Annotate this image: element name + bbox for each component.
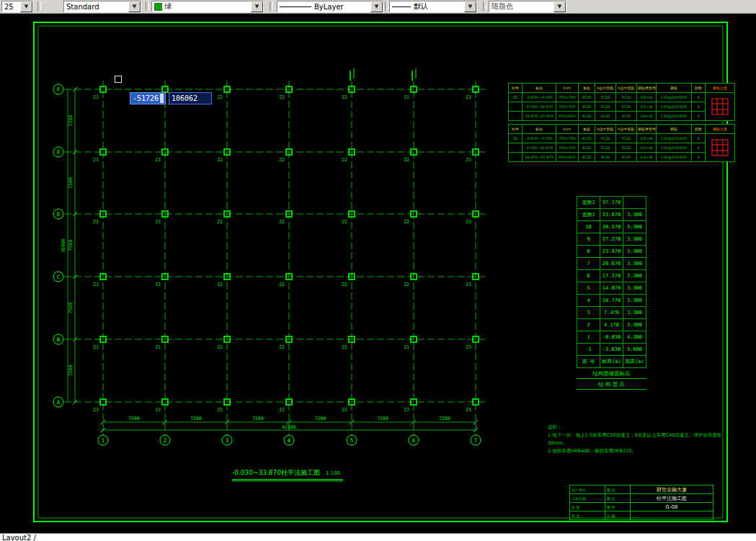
table-row: 屋面237.170	[577, 197, 646, 209]
title-block-label: 图 别	[605, 486, 631, 494]
schedule-cell: 1(4×4)	[637, 112, 657, 121]
elevation-cell: -3.630	[600, 344, 623, 356]
table-header-row: 柱号标高b×h角筋b边中部筋h边中部筋箍筋类型号箍筋肢数箍筋示意	[509, 84, 735, 93]
table-row: 37.4703.300	[577, 307, 646, 319]
schedule-cell: 4	[692, 153, 706, 162]
elevation-cell: 8	[577, 246, 600, 258]
table-row: 会 签图 号G-08	[570, 503, 713, 511]
schedule-cell: 19.470~37.470	[522, 153, 556, 162]
column-mark: Z3	[342, 407, 347, 413]
note-line: 2.纵筋采用HRB400，箍筋采用HPB235。	[548, 447, 721, 455]
column-mark: Z3	[155, 157, 161, 163]
schedule-cell: 4	[692, 143, 706, 153]
column-mark: Z1	[404, 94, 409, 100]
elevation-cell: 屋面1	[577, 209, 600, 221]
rebar-diagram-icon	[711, 97, 729, 116]
schedule-cell: 4	[692, 93, 706, 102]
dim-text: 7200	[190, 416, 202, 421]
schedule-cell: 4	[692, 134, 706, 143]
title-block-value: 柱平法施工图	[631, 494, 713, 503]
schedule-cell: 600×600	[556, 112, 579, 121]
row-bubble-label: B	[57, 336, 61, 343]
chevron-down-icon[interactable]: ▼	[370, 1, 383, 12]
schedule-cell	[509, 102, 522, 112]
schedule-cell: C10@100/200	[657, 112, 692, 121]
schedule-cell: 4C25	[579, 102, 595, 112]
column-mark: Z2	[404, 282, 409, 287]
toolbar-combo-1[interactable]: 25 ▼	[1, 1, 33, 12]
schedule-cell: 4C22	[579, 153, 595, 162]
elevation-cell: 10	[577, 221, 600, 233]
elevation-cell: 层 号	[577, 356, 600, 368]
column-mark: Z3	[93, 94, 99, 100]
schedule-cell: 5C22	[595, 102, 616, 112]
column-mark: Z3	[466, 219, 471, 225]
lineweight-combo[interactable]: 默认 ▼	[389, 1, 477, 12]
row-bubble-label: D	[57, 211, 61, 218]
column-mark: Z2	[279, 94, 285, 100]
col-bubble-label: 2	[164, 437, 167, 444]
column-mark: Z2	[342, 219, 347, 225]
schedule-cell: 4C20	[616, 153, 637, 162]
table-row: 1-0.0304.200	[577, 331, 646, 344]
drawing-title: -0.030~33.870柱平法施工图1:100	[232, 468, 343, 481]
column-mark: Z1	[155, 344, 161, 350]
style-combo[interactable]: Standard ▼	[63, 1, 141, 12]
table-row: 审 定日 期	[570, 511, 713, 520]
dim-total-text: 43200	[282, 424, 296, 430]
dim-text: 7200	[128, 416, 140, 421]
elevation-cell: 30.570	[600, 221, 623, 233]
combo-value: 绿	[164, 1, 172, 12]
elevation-caption1: 结构层楼面标高	[577, 370, 646, 379]
rebar-section-diagram	[706, 134, 735, 162]
title-block-value: 财贸金融大厦	[631, 486, 713, 494]
title-block-label: 设计单位	[570, 486, 605, 494]
combo-value: ByLayer	[314, 3, 344, 11]
title-block-value	[631, 511, 713, 520]
chevron-down-icon[interactable]: ▼	[251, 1, 263, 12]
schedule-cell: -3.630~-0.030	[522, 134, 556, 143]
title-block-label: 图 名	[605, 494, 631, 503]
table-row: -0.030~19.470700×7004C255C225C221(5×4)C1…	[509, 143, 735, 153]
toolbar-separator	[270, 1, 273, 11]
schedule-cell: 5C22	[616, 93, 637, 102]
elevation-cell: 4.170	[600, 319, 623, 331]
crosshair-pickbox	[115, 76, 122, 83]
schedule-cell: 1(5×4)	[637, 143, 657, 153]
chevron-down-icon[interactable]: ▼	[464, 1, 476, 12]
schedule-cell	[509, 112, 522, 121]
row-bubble-label: F	[57, 86, 61, 93]
layout-tab[interactable]: Layout2 /	[2, 534, 36, 541]
table-row: 层 号标高(m)层高(m)	[577, 356, 646, 368]
table-row: 720.6703.300	[577, 258, 646, 270]
chevron-down-icon[interactable]: ▼	[553, 1, 566, 12]
column-mark: Z2	[217, 219, 223, 225]
chevron-down-icon[interactable]: ▼	[128, 1, 141, 12]
column-mark: Z2	[279, 282, 285, 287]
title-block-label: 会 签	[570, 503, 605, 511]
column-mark: Z3	[466, 282, 471, 287]
column-mark: Z3	[93, 407, 99, 413]
plotstyle-combo[interactable]: 随颜色 ▼	[489, 1, 566, 12]
column-mark: Z2	[279, 344, 285, 350]
column-mark: Z3	[404, 407, 409, 413]
schedule-cell: 1(4×4)	[637, 153, 657, 162]
dynamic-input-y[interactable]: 106062	[169, 92, 212, 104]
notes-block: 说明：1.地下一层、地上1-5层采用C50混凝土；6层及以上采用C40混凝土。保…	[548, 424, 721, 455]
chevron-down-icon[interactable]: ▼	[20, 1, 32, 12]
schedule-cell	[509, 143, 522, 153]
color-combo[interactable]: 绿 ▼	[151, 1, 264, 12]
drawing-canvas[interactable]: FEDCBA1234567Z3Z3Z2Z2Z2Z1Z3Z3Z3Z2Z2Z2Z2Z…	[0, 13, 756, 533]
column-header-cell: 柱号	[509, 84, 522, 93]
elevation-cell: 3.300	[623, 307, 646, 319]
schedule-cell: 4C25	[579, 93, 595, 102]
dim-text: 7200	[68, 115, 74, 127]
col-bubble-label: 7	[474, 437, 478, 444]
schedule-cell: 1(5×4)	[637, 134, 657, 143]
linetype-combo[interactable]: ByLayer ▼	[277, 1, 383, 12]
col-bubble-label: 3	[226, 437, 229, 444]
column-mark: Z3	[466, 344, 471, 350]
column-mark: Z2	[404, 157, 409, 163]
schedule-cell: -0.030~19.470	[522, 102, 556, 112]
dynamic-input-x[interactable]: -51726	[130, 92, 166, 104]
